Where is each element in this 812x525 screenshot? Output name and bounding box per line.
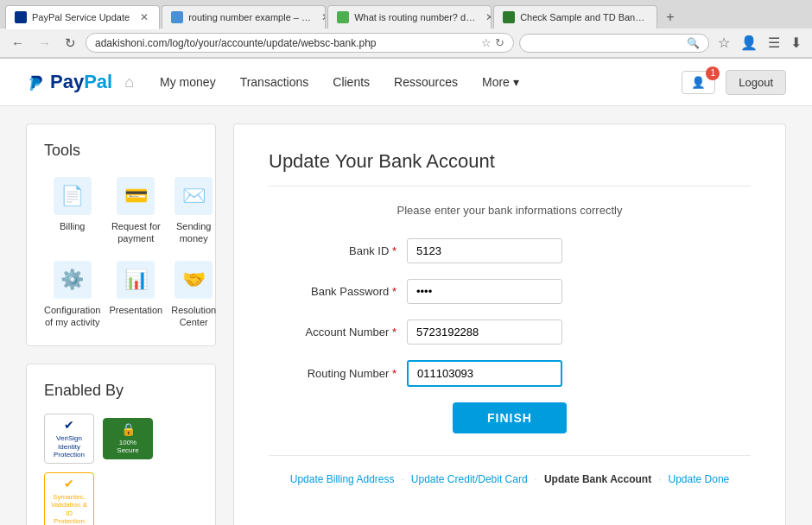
billing-icon: 📄 [54,177,92,215]
symantec-badge: ✔ Symantec.Validation &ID Protection [44,472,94,525]
search-bar[interactable]: routing number means 🔍 [519,34,709,53]
url-text: adakishoni.com/log/to/your/accounte/upda… [95,37,476,49]
tab-title-routing1: routing number example – … [188,12,311,22]
paypal-logo: PayPal ⌂ [26,71,134,93]
resolution-icon: 🤝 [174,261,213,299]
tab-bar: PayPal Service Update ✕ routing number e… [0,0,812,28]
logo-pay: Pay [50,71,84,92]
bank-password-label: Bank Password * [269,285,407,298]
user-icon: 👤 [691,76,706,89]
routing-number-input[interactable] [407,360,562,387]
update-billing-link[interactable]: Update Billing Address [290,473,395,485]
secure-text: 100%Secure [117,439,138,455]
bank-id-input[interactable] [407,238,562,263]
paypal-logo-text: PayPal [50,71,112,93]
account-number-required: * [392,326,396,338]
page-content: Tools 📄 Billing 💳 Request for payment ✉️… [0,106,812,525]
nav-my-money[interactable]: My money [160,75,216,89]
tool-billing[interactable]: 📄 Billing [44,177,100,245]
bookmark-icon[interactable]: ☆ [714,33,733,53]
url-icons: ☆ ↻ [481,36,504,49]
configuration-icon: ⚙️ [54,261,92,299]
logout-button[interactable]: Logout [726,70,786,95]
trust-badges: ✔ VeriSignIdentityProtection 🔒 100%Secur… [44,414,198,525]
form-title: Update Your Bank Account [269,150,751,187]
tab-favicon-routing1 [171,11,183,23]
nav-transactions[interactable]: Transactions [240,75,309,89]
lock-icon: 🔒 [121,422,136,437]
tool-resolution[interactable]: 🤝 Resolution Center [171,261,216,329]
sidebar: Tools 📄 Billing 💳 Request for payment ✉️… [26,123,216,525]
enabled-title: Enabled By [44,382,198,400]
tools-title: Tools [44,142,198,160]
sep3: · [658,473,661,485]
tab-favicon-paypal [15,11,27,23]
sep1: · [402,473,404,485]
tab-paypal[interactable]: PayPal Service Update ✕ [5,5,160,29]
toolbar-icons: ☆ 👤 ☰ ⬇ [714,33,805,53]
tool-presentation[interactable]: 📊 Presentation [109,261,162,329]
symantec-text: Symantec.Validation &ID Protection [50,493,88,525]
bank-password-row: Bank Password * [269,279,751,304]
presentation-label: Presentation [109,304,162,316]
bank-id-label: Bank ID * [269,244,407,257]
address-bar: ← → ↻ adakishoni.com/log/to/your/account… [0,28,812,58]
tools-box: Tools 📄 Billing 💳 Request for payment ✉️… [26,123,216,346]
tab-routing2[interactable]: What is routing number? d… ✕ [327,5,492,28]
nav-clients[interactable]: Clients [333,75,370,89]
nav-more[interactable]: More ▾ [482,75,519,89]
download-icon[interactable]: ⬇ [787,33,805,53]
logo-pal: Pal [84,71,112,92]
nav-more-label: More [482,75,510,89]
user-profile-button[interactable]: 👤 1 [682,71,715,94]
routing-number-label: Routing Number * [269,367,407,380]
tab-td[interactable]: Check Sample and TD Ban… ✕ [493,5,657,28]
settings-icon[interactable]: ☰ [764,33,783,53]
refresh-icon: ↻ [495,36,504,49]
bank-id-required: * [392,244,396,257]
bank-password-input[interactable] [407,279,562,304]
tool-configuration[interactable]: ⚙️ Configuration of my activity [44,261,100,329]
reload-button[interactable]: ↻ [60,34,80,53]
tab-close-td[interactable]: ✕ [655,11,657,23]
new-tab-button[interactable]: + [659,6,681,28]
finish-button[interactable]: FINISH [453,402,567,433]
nav-ressources[interactable]: Ressources [394,75,458,89]
star-icon: ☆ [481,36,492,49]
search-icon: 🔍 [687,37,700,49]
account-number-input[interactable] [407,319,562,345]
nav-right: 👤 1 Logout [682,70,786,95]
main-form: Update Your Bank Account Please enter yo… [233,123,786,525]
tab-title-paypal: PayPal Service Update [32,12,130,22]
tab-close-routing2[interactable]: ✕ [485,11,492,23]
tab-close-routing1[interactable]: ✕ [321,11,326,23]
account-number-row: Account Number * [269,319,751,345]
url-bar[interactable]: adakishoni.com/log/to/your/accounte/upda… [86,33,514,53]
tool-sending-money[interactable]: ✉️ Sending money [171,177,216,245]
update-done-link[interactable]: Update Done [669,473,730,485]
update-bank-link: Update Bank Account [544,473,651,485]
tab-close-paypal[interactable]: ✕ [140,11,149,23]
form-links: Update Billing Address · Update Credit/D… [269,455,751,485]
sending-money-icon: ✉️ [174,177,213,215]
request-payment-icon: 💳 [117,177,155,215]
billing-label: Billing [60,220,85,232]
routing-number-required: * [392,367,396,380]
tab-routing1[interactable]: routing number example – … ✕ [162,5,326,28]
routing-number-row: Routing Number * [269,360,751,387]
tab-favicon-routing2 [337,11,349,23]
forward-button[interactable]: → [34,34,55,52]
user-icon[interactable]: 👤 [737,33,761,53]
update-credit-link[interactable]: Update Credit/Debit Card [411,473,528,485]
form-subtitle: Please enter your bank informations corr… [269,204,751,217]
resolution-label: Resolution Center [171,304,216,329]
search-input[interactable]: routing number means [529,37,687,49]
notification-badge: 1 [706,66,720,80]
tab-title-td: Check Sample and TD Ban… [520,12,644,22]
paypal-navbar: PayPal ⌂ My money Transactions Clients R… [0,59,812,106]
home-icon[interactable]: ⌂ [124,73,134,92]
tool-request-payment[interactable]: 💳 Request for payment [109,177,162,245]
verisign-badge: ✔ VeriSignIdentityProtection [44,414,94,464]
sep2: · [535,473,537,485]
back-button[interactable]: ← [7,34,29,52]
